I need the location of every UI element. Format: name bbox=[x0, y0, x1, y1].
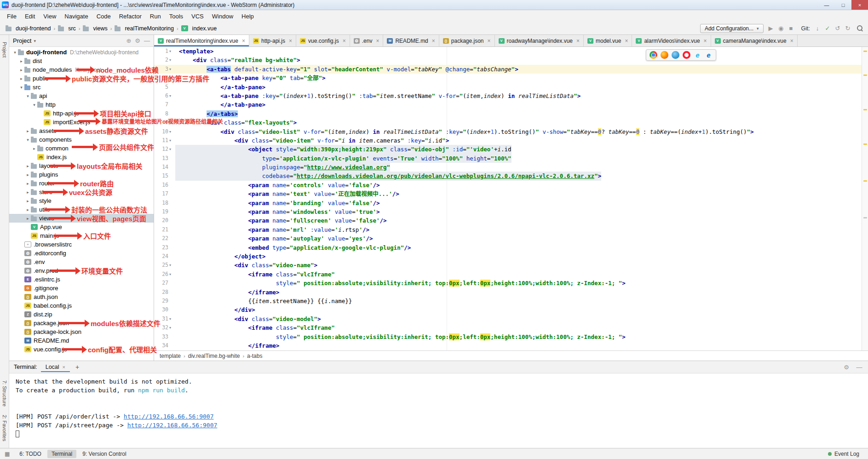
menu-code[interactable]: Code bbox=[92, 11, 115, 22]
code-line[interactable]: 13 type='application/x-vlc-plugin' event… bbox=[154, 154, 868, 163]
close-icon[interactable]: × bbox=[576, 38, 580, 44]
menu-run[interactable]: Run bbox=[146, 11, 165, 22]
tree-item-main.js[interactable]: JSmain.js bbox=[9, 231, 154, 240]
window-minimize-button[interactable]: — bbox=[818, 0, 835, 10]
tree-item-vue.config.js[interactable]: JSvue.config.js bbox=[9, 345, 154, 354]
editor-gutter[interactable]: 30 bbox=[154, 305, 175, 314]
tree-item-assets[interactable]: ▸assets bbox=[9, 126, 154, 135]
editor-breadcrumb-div.realTime.bg-white[interactable]: div.realTime.bg-white bbox=[188, 353, 240, 359]
hide-panel-icon[interactable]: — bbox=[144, 37, 150, 44]
terminal-link[interactable]: http://192.168.66.56:9007 bbox=[124, 413, 214, 420]
menu-view[interactable]: View bbox=[39, 11, 60, 22]
breadcrumb-item-index.vue[interactable]: Vindex.vue bbox=[180, 25, 218, 32]
editor-gutter[interactable]: 6▾ bbox=[154, 92, 175, 100]
chevron-right-icon[interactable]: ▸ bbox=[18, 59, 24, 63]
fold-icon[interactable]: ▾ bbox=[169, 145, 174, 154]
close-icon[interactable]: × bbox=[488, 38, 491, 44]
code-line[interactable]: 22 <param name='autoplay' value='yes'/> bbox=[154, 234, 868, 243]
code-line[interactable]: 14 pluginspage="http://www.videolan.org" bbox=[154, 163, 868, 172]
fold-icon[interactable]: ▾ bbox=[169, 315, 174, 323]
editor-gutter[interactable]: 2▾ bbox=[154, 56, 175, 64]
menu-refactor[interactable]: Refactor bbox=[115, 11, 146, 22]
code-line[interactable]: 24 </object> bbox=[154, 252, 868, 261]
tree-item-.gitignore[interactable]: G.gitignore bbox=[9, 284, 154, 293]
chevron-right-icon[interactable]: ▸ bbox=[25, 216, 31, 221]
settings-icon[interactable]: ⚙ bbox=[842, 364, 851, 371]
status-event-log[interactable]: Event Log bbox=[824, 450, 863, 458]
menu-navigate[interactable]: Navigate bbox=[60, 11, 92, 22]
code-line[interactable]: 25▾ <div class="video-name"> bbox=[154, 261, 868, 270]
editor-tab-realTimeMonitoring-index.vue[interactable]: VrealTimeMonitoring\index.vue× bbox=[154, 35, 249, 46]
code-editor[interactable]: 1▾<template>2▾ <div class="realTime bg-w… bbox=[154, 47, 868, 350]
editor-tab-alarmVideos-index.vue[interactable]: ValarmVideos\index.vue× bbox=[632, 35, 711, 46]
tree-item-plugins[interactable]: ▸plugins bbox=[9, 170, 154, 179]
git-history-icon[interactable]: ↻ bbox=[844, 25, 852, 32]
scrollbar-error-stripe[interactable] bbox=[862, 47, 868, 350]
chevron-right-icon[interactable]: ▸ bbox=[31, 146, 37, 151]
menu-vcs[interactable]: VCS bbox=[187, 11, 208, 22]
chevron-right-icon[interactable]: ▸ bbox=[18, 68, 24, 72]
code-line[interactable]: 33 style=" position:absolute;visibility:… bbox=[154, 333, 868, 341]
editor-gutter[interactable]: 19 bbox=[154, 207, 175, 216]
chevron-right-icon[interactable]: ▸ bbox=[25, 172, 31, 177]
settings-icon[interactable]: ⚙ bbox=[135, 37, 140, 44]
chevron-right-icon[interactable]: ▸ bbox=[25, 164, 31, 168]
tree-item-.browserslistrc[interactable]: ≡.browserslistrc bbox=[9, 240, 154, 249]
menu-help[interactable]: Help bbox=[237, 11, 258, 22]
edge-icon[interactable]: e bbox=[705, 51, 713, 59]
editor-gutter[interactable]: 4▾ bbox=[154, 74, 175, 82]
chevron-right-icon[interactable]: ▸ bbox=[25, 129, 31, 133]
window-maximize-button[interactable]: □ bbox=[835, 0, 851, 10]
editor-gutter[interactable]: 13 bbox=[154, 154, 175, 163]
fold-icon[interactable]: ▾ bbox=[169, 136, 174, 145]
code-line[interactable]: 1▾<template> bbox=[154, 47, 868, 56]
editor-gutter[interactable]: 7 bbox=[154, 100, 175, 109]
editor-tab-cameraManage-index.vue[interactable]: VcameraManage\index.vue× bbox=[711, 35, 798, 46]
editor-gutter[interactable]: 34 bbox=[154, 341, 175, 350]
code-line[interactable]: 31▾ <div class="video-model"> bbox=[154, 315, 868, 323]
editor-gutter[interactable]: 31▾ bbox=[154, 315, 175, 323]
fold-icon[interactable]: ▾ bbox=[169, 56, 174, 64]
code-line[interactable]: 19 <param name='windowless' value='true'… bbox=[154, 207, 868, 216]
chrome-icon[interactable] bbox=[650, 51, 657, 59]
tree-item-common[interactable]: ▸common bbox=[9, 144, 154, 153]
code-line[interactable]: 32▾ <iframe class="vlcIframe" bbox=[154, 323, 868, 332]
code-line[interactable]: 12▾ <object style="width:390px;height:21… bbox=[154, 145, 868, 154]
tree-item-package-lock.json[interactable]: {}package-lock.json bbox=[9, 327, 154, 336]
code-line[interactable]: 17 <param name='text' value='正在加载视频中...'… bbox=[154, 189, 868, 198]
editor-tab-package.json[interactable]: {}package.json× bbox=[439, 35, 495, 46]
git-commit-icon[interactable]: ✓ bbox=[823, 25, 832, 32]
code-line[interactable]: 20 <param name='fullscreen' value='false… bbox=[154, 216, 868, 225]
editor-tab-.env[interactable]: ⚙.env× bbox=[350, 35, 384, 46]
chevron-right-icon[interactable]: ▸ bbox=[25, 199, 31, 203]
close-icon[interactable]: × bbox=[242, 38, 245, 44]
tree-item-README.md[interactable]: MREADME.md bbox=[9, 336, 154, 345]
menu-edit[interactable]: Edit bbox=[21, 11, 39, 22]
close-icon[interactable]: × bbox=[790, 38, 793, 44]
tree-item-components[interactable]: ▾components bbox=[9, 135, 154, 144]
debug-icon[interactable]: ◉ bbox=[777, 25, 785, 32]
chevron-right-icon[interactable]: ▸ bbox=[25, 190, 31, 195]
fold-icon[interactable]: ▾ bbox=[169, 65, 174, 74]
tree-item-.eslintrc.js[interactable]: E.eslintrc.js bbox=[9, 275, 154, 284]
tool-stripe--structure[interactable]: 7: Structure bbox=[2, 376, 7, 411]
tree-item-api[interactable]: ▾api bbox=[9, 92, 154, 100]
editor-gutter[interactable]: 33 bbox=[154, 333, 175, 341]
menu-tools[interactable]: Tools bbox=[165, 11, 187, 22]
tree-item-node_modules[interactable]: ▸node_moduleslibrary root bbox=[9, 65, 154, 74]
editor-gutter[interactable]: 8 bbox=[154, 109, 175, 118]
tree-item-dist[interactable]: ▸dist bbox=[9, 57, 154, 65]
editor-gutter[interactable]: 28 bbox=[154, 288, 175, 297]
tree-item-babel.config.js[interactable]: JSbabel.config.js bbox=[9, 301, 154, 310]
code-line[interactable]: 2▾ <div class="realTime bg-white"> bbox=[154, 56, 868, 64]
editor-gutter[interactable]: 23 bbox=[154, 243, 175, 252]
editor-gutter[interactable]: 20 bbox=[154, 216, 175, 225]
editor-gutter[interactable]: 16 bbox=[154, 181, 175, 189]
tool-stripe--favorites[interactable]: 2: Favorites bbox=[2, 411, 7, 445]
tree-item-views[interactable]: ▸views bbox=[9, 214, 154, 223]
tree-item-App.vue[interactable]: VApp.vue bbox=[9, 223, 154, 231]
breadcrumb-item-views[interactable]: views bbox=[82, 25, 108, 32]
run-play-icon[interactable]: ▶ bbox=[767, 25, 775, 32]
code-line[interactable]: 8 </a-tabs> bbox=[154, 109, 868, 118]
code-line[interactable]: 9▾ <div class="flex-layouts"> bbox=[154, 118, 868, 127]
